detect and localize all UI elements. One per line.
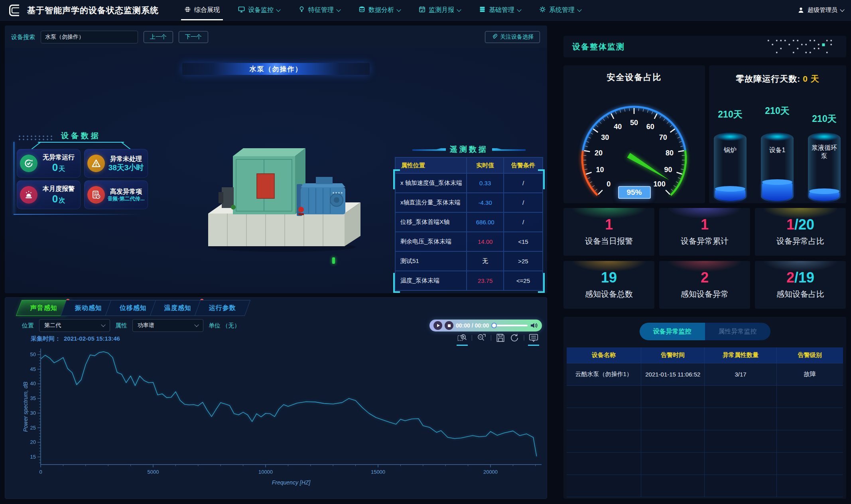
app-root: 基于智能声学的设备状态监测系统 综合展现设备监控特征管理数据分析监测月报基础管理… [0,0,851,504]
nav-item-feature[interactable]: 特征管理 [298,0,340,20]
corner-bracket [393,273,400,293]
dashboard-icon [184,6,191,14]
attribute-select[interactable]: 功率谱 [132,319,203,332]
warning-icon [87,155,105,172]
prev-device-button[interactable]: 上一个 [144,31,173,43]
corner-bracket [538,169,545,189]
alarm-tab-属性异常监控[interactable]: 属性异常监控 [705,323,770,340]
zero-fault-title: 零故障运行天数:0 天 [709,65,846,84]
alarm-icon [20,186,37,204]
nav-item-dashboard[interactable]: 综合展现 [184,0,220,20]
telemetry-attr-name: 位移_泵体首端X轴 [395,212,467,232]
stop-icon [448,324,451,327]
overview-stat-card: 1设备异常累计 [659,208,750,256]
next-device-button[interactable]: 下一个 [179,31,208,43]
user-menu[interactable]: 超级管理员 [798,6,844,14]
tab-label: 位移感知 [120,304,147,312]
device-stat-label: 异常未处理 [107,155,145,163]
stat-value: 2/19 [786,271,814,285]
stop-button[interactable] [445,321,453,330]
audio-player: 00:00 / 00:00 [429,320,542,331]
stat-value: 2 [701,271,709,285]
user-icon [798,7,804,14]
device-stat-label: 高发异常项 [107,188,145,196]
alarm-empty-cell [777,386,843,408]
device-stat-value: 38天3小时 [107,163,145,172]
alarm-empty-cell [705,408,776,430]
telemetry-alarm-condition: <15 [504,232,543,251]
toolbar-separator: | [523,334,525,341]
chevron-down-icon [577,7,581,12]
svg-text:10000: 10000 [258,469,273,475]
stat-number: 2 [701,269,709,286]
zoom-select-icon[interactable] [457,333,467,343]
svg-text:10: 10 [596,166,604,174]
gauge-value-badge: 95% [618,186,651,199]
alarm-empty-cell [641,475,705,497]
svg-text:30: 30 [601,133,609,141]
overview-header: 设备整体监测 [563,36,846,57]
play-button[interactable] [433,321,442,330]
volume-icon[interactable] [530,322,538,329]
focus-device-label: 关注设备选择 [500,33,534,41]
position-select[interactable]: 第二代 [39,319,110,332]
alarm-empty-cell [567,408,641,430]
nav-label: 特征管理 [308,6,334,14]
chevron-down-icon [457,7,461,12]
seek-slider[interactable] [491,323,528,328]
alarm-empty-cell [777,453,843,475]
stat-value: 1/20 [786,218,814,232]
toolbar-separator: | [471,334,473,341]
telemetry-row: 剩余电压_泵体末端14.00<15 [395,232,543,251]
telemetry-header-cell: 告警条件 [504,157,543,173]
alarm-empty-row [567,386,843,408]
svg-text:Frequency [HZ]: Frequency [HZ] [272,479,311,486]
data-view-icon[interactable] [528,333,539,343]
save-image-icon[interactable] [495,333,506,343]
zero-fault-card: 零故障运行天数:0 天 210天锅炉210天设备1210天浆液循环泵 [709,65,846,203]
focus-device-button[interactable]: 关注设备选择 [485,31,540,43]
device-stat-value: 音频-第二代传... [107,196,145,202]
telemetry-realtime-value: 686.00 [467,212,504,232]
alarm-empty-cell [705,475,776,497]
zoom-reset-icon[interactable] [476,333,487,343]
nav-item-database[interactable]: 数据分析 [359,0,400,20]
alarm-header-cell: 异常属性数量 [705,347,776,363]
restore-icon[interactable] [509,333,520,343]
tank-top-rim [715,131,745,142]
tank-name-label: 设备1 [761,146,794,155]
alarm-empty-cell [777,408,843,430]
topbar: 基于智能声学的设备状态监测系统 综合展现设备监控特征管理数据分析监测月报基础管理… [0,0,851,21]
device-search-input[interactable] [41,31,138,43]
stat-value: 1 [605,218,613,232]
tab-label: 振动感知 [75,304,102,312]
3d-scene[interactable]: 水泵（勿操作） [5,48,547,293]
corner-bracket [538,273,545,293]
alarm-table: 设备名称告警时间异常属性数量告警级别云酷水泵（勿操作1）2021-01-15 1… [567,347,843,497]
nav-item-server[interactable]: 基础管理 [479,0,521,20]
alarm-tab-设备异常监控[interactable]: 设备异常监控 [640,323,705,340]
svg-text:15: 15 [30,454,36,460]
svg-text:30: 30 [30,410,36,416]
gear-icon [539,6,546,14]
device-stat-number: 0 [52,193,58,205]
device-stat-content: 无异常运行0天 [40,153,77,174]
device-stat-number: 38天3小时 [108,163,144,172]
device-stat-card: 本月度报警0次 [17,180,81,209]
telemetry-alarm-condition: >25 [504,251,543,271]
telemetry-header-cell: 实时值 [467,157,504,173]
nav-item-gear[interactable]: 系统管理 [539,0,581,20]
overview-column: 设备整体监测 安全设备占比 0102030405060708090100 95%… [559,25,847,499]
svg-text:20: 20 [595,149,603,157]
telemetry-realtime-value: -4.30 [467,193,504,212]
slider-knob[interactable] [491,323,497,328]
tab-运行参数[interactable]: 运行参数 [195,300,251,316]
telemetry-attr-name: x轴直流分量_泵体末端 [395,193,467,212]
nav-item-monitor[interactable]: 设备监控 [238,0,280,20]
telemetry-realtime-value: 14.00 [467,232,504,251]
alarm-empty-cell [641,453,705,475]
nav-item-calendar[interactable]: 监测月报 [419,0,461,20]
chevron-down-icon [336,7,341,12]
alarm-empty-cell [641,430,705,453]
device-data-title-text: 设备数据 [61,131,101,140]
